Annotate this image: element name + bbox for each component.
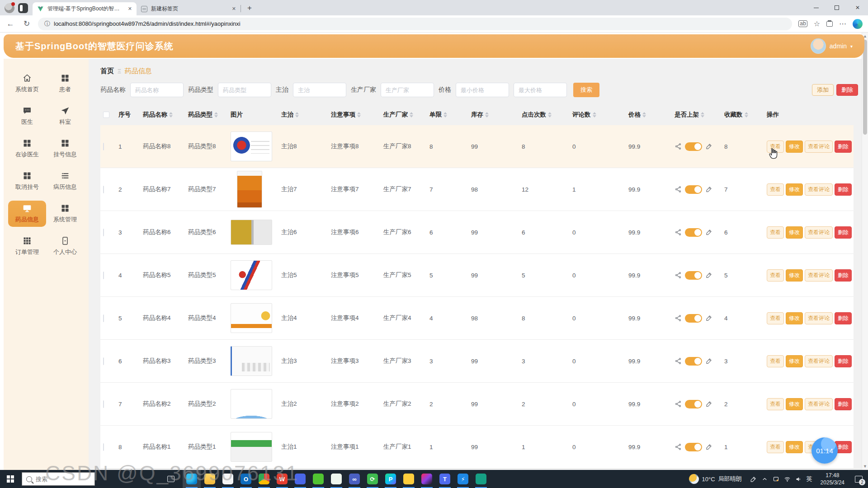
view-comments-button[interactable]: 查看评论 [805, 183, 833, 196]
sidebar-item-registrations[interactable]: 挂号信息 [46, 136, 84, 162]
share-icon[interactable] [675, 272, 682, 279]
scroll-down-icon[interactable]: ▼ [862, 464, 868, 469]
share-icon[interactable] [675, 229, 682, 236]
screenshot-icon[interactable] [773, 476, 779, 483]
share-icon[interactable] [675, 357, 682, 365]
edit-button[interactable]: 修改 [786, 183, 803, 196]
tray-expand-icon[interactable] [761, 476, 768, 483]
column-header[interactable]: 评论数 [572, 111, 628, 119]
breadcrumb-home[interactable]: 首页 [100, 67, 114, 75]
column-header[interactable]: 药品类型 [188, 111, 231, 119]
on-shelf-toggle[interactable] [685, 314, 702, 323]
sort-carets-icon[interactable] [214, 112, 218, 117]
sort-carets-icon[interactable] [745, 112, 748, 117]
column-header[interactable]: 价格 [628, 111, 675, 119]
sort-carets-icon[interactable] [295, 112, 299, 117]
column-header[interactable]: 药品名称 [143, 111, 188, 119]
on-shelf-toggle[interactable] [685, 400, 702, 408]
taskbar-app-pycharm-icon[interactable]: P [382, 470, 400, 488]
input-language[interactable]: 英 [807, 475, 812, 483]
taskbar-app-docs-icon[interactable] [291, 470, 309, 488]
back-icon[interactable]: ← [5, 19, 15, 28]
sort-carets-icon[interactable] [443, 112, 447, 117]
share-icon[interactable] [675, 186, 682, 193]
tab-newtab[interactable]: 新建标签页 ✕ [137, 2, 241, 15]
weather-widget[interactable]: 10°C 局部晴朗 [684, 474, 746, 484]
taskbar-app-kugou-icon[interactable] [400, 470, 418, 488]
row-checkbox[interactable] [103, 357, 104, 365]
column-header[interactable]: 单限 [429, 111, 471, 119]
tab-close-icon[interactable]: ✕ [128, 6, 132, 12]
edit-pen-icon[interactable] [705, 357, 712, 365]
taskbar-clock[interactable]: 17:48 2025/3/24 [816, 472, 849, 486]
workspace-icon[interactable] [18, 3, 28, 13]
edit-pen-icon[interactable] [705, 229, 712, 236]
edit-button[interactable]: 修改 [786, 141, 803, 153]
edit-pen-icon[interactable] [705, 314, 712, 322]
taskbar-app-notes-icon[interactable] [327, 470, 345, 488]
page-scrollbar[interactable]: ▲ ▼ [862, 33, 868, 470]
sort-carets-icon[interactable] [642, 112, 646, 117]
recording-timer-bubble[interactable]: 01:14 [811, 437, 838, 464]
row-checkbox[interactable] [103, 314, 104, 322]
column-header[interactable]: 点击次数 [522, 111, 572, 119]
taskbar-app-chrome-icon[interactable] [255, 470, 273, 488]
translate-icon[interactable]: ab [798, 20, 807, 27]
browser-profile-avatar[interactable] [5, 3, 14, 13]
sidebar-item-doctors[interactable]: 医生 [8, 103, 46, 129]
sort-carets-icon[interactable] [593, 112, 596, 117]
sidebar-item-medicine-info[interactable]: 药品信息 [8, 201, 46, 227]
share-icon[interactable] [675, 143, 682, 150]
row-checkbox[interactable] [103, 229, 104, 236]
on-shelf-toggle[interactable] [685, 142, 702, 151]
sidebar-item-medical-records[interactable]: 病历信息 [46, 168, 84, 194]
delete-button[interactable]: 删除 [835, 355, 852, 367]
share-icon[interactable] [675, 443, 682, 450]
sidebar-item-onduty-doctors[interactable]: 在诊医生 [8, 136, 46, 162]
edit-button[interactable]: 修改 [786, 312, 803, 324]
edit-button[interactable]: 修改 [786, 355, 803, 367]
edit-pen-icon[interactable] [705, 272, 712, 279]
on-shelf-toggle[interactable] [685, 185, 702, 194]
view-comments-button[interactable]: 查看评论 [805, 269, 833, 282]
view-comments-button[interactable]: 查看评论 [805, 226, 833, 239]
filter-input-name[interactable] [130, 83, 184, 97]
sort-carets-icon[interactable] [548, 112, 552, 117]
column-header[interactable]: 生产厂家 [383, 111, 429, 119]
pen-icon[interactable] [750, 476, 757, 483]
edit-button[interactable]: 修改 [786, 226, 803, 239]
on-shelf-toggle[interactable] [685, 271, 702, 280]
column-header[interactable]: 注意事项 [331, 111, 383, 119]
view-comments-button[interactable]: 查看评论 [805, 355, 833, 367]
close-button[interactable]: ✕ [847, 0, 868, 15]
sort-carets-icon[interactable] [169, 112, 173, 117]
delete-button[interactable]: 删除 [835, 312, 852, 324]
task-view-button[interactable] [162, 470, 180, 488]
edit-button[interactable]: 修改 [786, 441, 803, 453]
sort-carets-icon[interactable] [485, 112, 489, 117]
column-header[interactable]: 库存 [471, 111, 522, 119]
add-button[interactable]: 添加 [812, 84, 834, 96]
sort-carets-icon[interactable] [701, 112, 704, 117]
taskbar-app-obs-icon[interactable]: ∞ [345, 470, 363, 488]
delete-button[interactable]: 删除 [835, 398, 852, 410]
maximize-button[interactable] [826, 0, 847, 15]
tab-admin[interactable]: 管理端-基于SpringBoot的智慧医 ✕ [33, 2, 137, 15]
taskbar-app-sync-icon[interactable]: ⟳ [363, 470, 382, 488]
row-checkbox[interactable] [103, 400, 104, 408]
view-button[interactable]: 查看 [767, 183, 784, 196]
browser-user-avatar[interactable] [853, 19, 863, 29]
favorites-star-icon[interactable]: ☆ [814, 19, 820, 28]
filter-input-price-max[interactable] [514, 83, 567, 97]
taskbar-app-wechat-icon[interactable] [309, 470, 327, 488]
column-header[interactable]: 收藏数 [724, 111, 767, 119]
sidebar-item-orders[interactable]: 订单管理 [8, 233, 46, 259]
taskbar-app-thunder-icon[interactable]: ⚡ [454, 470, 472, 488]
taskbar-app-outlook-icon[interactable]: O [237, 470, 255, 488]
edit-pen-icon[interactable] [705, 400, 712, 408]
sort-carets-icon[interactable] [357, 112, 361, 117]
taskbar-app-edge-icon[interactable] [183, 470, 201, 488]
view-button[interactable]: 查看 [767, 226, 784, 239]
taskbar-app-teams-icon[interactable]: T [436, 470, 454, 488]
filter-input-price-min[interactable] [456, 83, 509, 97]
